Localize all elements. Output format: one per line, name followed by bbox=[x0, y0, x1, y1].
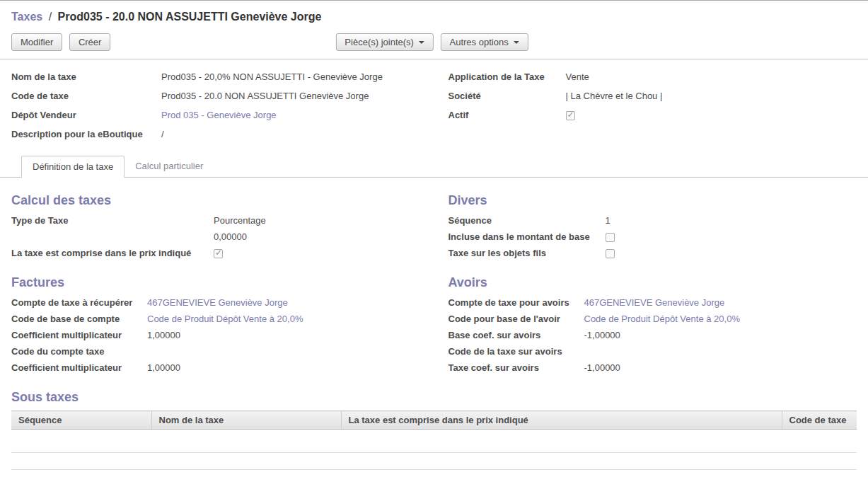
refund-account-link[interactable]: 467GENEVIEVE Geneviève Jorge bbox=[584, 297, 857, 308]
field-refund-tax-code: Code de la taxe sur avoirs bbox=[449, 345, 857, 361]
tax-application-value: Vente bbox=[566, 71, 857, 82]
refund-tax-code-label: Code de la taxe sur avoirs bbox=[449, 346, 579, 357]
refunds-title: Avoirs bbox=[449, 275, 857, 290]
tab-special-computation[interactable]: Calcul particulier bbox=[125, 156, 214, 178]
create-button-label: Créer bbox=[79, 37, 102, 47]
base-sign-value: 1,00000 bbox=[147, 330, 420, 340]
field-sequence: Séquence 1 bbox=[449, 214, 857, 230]
active-checkbox bbox=[566, 111, 575, 120]
collected-account-link[interactable]: 467GENEVIEVE Geneviève Jorge bbox=[147, 297, 420, 308]
seller-deposit-label: Dépôt Vendeur bbox=[11, 110, 156, 120]
table-row bbox=[11, 430, 857, 453]
breadcrumb: Taxes / Prod035 - 20.0 NON ASSUJETTI Gen… bbox=[0, 1, 868, 30]
notebook-tabs: Définition de la taxe Calcul particulier bbox=[0, 156, 868, 178]
field-tax-sign: Coefficient multiplicateur 1,00000 bbox=[11, 361, 420, 377]
company-value: | La Chèvre et le Chou | bbox=[566, 91, 857, 101]
base-code-link[interactable]: Code de Produit Dépôt Vente à 20,0% bbox=[147, 314, 420, 324]
breadcrumb-taxes-link[interactable]: Taxes bbox=[11, 11, 42, 23]
field-eshop-description: Description pour la eBoutique / bbox=[11, 127, 420, 146]
general-fields-left: Nom de la taxe Prod035 - 20,0% NON ASSUJ… bbox=[11, 62, 420, 146]
tab-content: Calcul des taxes Type de Taxe Pourcentag… bbox=[0, 178, 868, 470]
refund-base-code-label: Code pour base de l'avoir bbox=[449, 314, 579, 324]
field-tax-amount: 0,00000 bbox=[11, 230, 420, 246]
refund-base-code-link[interactable]: Code de Produit Dépôt Vente à 20,0% bbox=[584, 314, 857, 324]
toolbar-center: Pièce(s) jointe(s) Autres options bbox=[335, 33, 532, 51]
active-label: Actif bbox=[449, 110, 560, 120]
sequence-value: 1 bbox=[606, 215, 857, 226]
tax-amount-value: 0,00000 bbox=[214, 231, 420, 242]
tax-application-label: Application de la Taxe bbox=[449, 71, 560, 82]
page-title: Prod035 - 20.0 NON ASSUJETTI Geneviève J… bbox=[58, 11, 322, 23]
tax-code-value: Prod035 - 20.0 NON ASSUJETTI Geneviève J… bbox=[161, 91, 420, 101]
field-refund-base-code: Code pour base de l'avoir Code de Produi… bbox=[449, 312, 857, 328]
included-in-price-checkbox bbox=[214, 249, 223, 258]
field-include-base-amount: Incluse dans le montant de base bbox=[449, 230, 857, 246]
field-included-in-price: La taxe est comprise dans le prix indiqu… bbox=[11, 246, 420, 263]
edit-button-label: Modifier bbox=[21, 37, 53, 47]
tab-tax-definition[interactable]: Définition de la taxe bbox=[21, 156, 125, 178]
field-company: Société | La Chèvre et le Chou | bbox=[449, 88, 857, 108]
tax-name-value: Prod035 - 20,0% NON ASSUJETTI - Genevièv… bbox=[161, 71, 420, 82]
tax-on-children-checkbox bbox=[606, 249, 615, 258]
caret-down-icon bbox=[419, 41, 424, 44]
table-header-row: Séquence Nom de la taxe La taxe est comp… bbox=[11, 411, 857, 430]
included-in-price-label: La taxe est comprise dans le prix indiqu… bbox=[11, 248, 208, 258]
tax-type-value: Pourcentage bbox=[214, 215, 420, 226]
refund-base-sign-label: Base coef. sur avoirs bbox=[449, 330, 579, 340]
base-code-label: Code de base de compte bbox=[11, 314, 141, 324]
field-refund-account: Compte de taxe pour avoirs 467GENEVIEVE … bbox=[449, 296, 857, 312]
create-button[interactable]: Créer bbox=[69, 33, 111, 51]
column-header-sequence[interactable]: Séquence bbox=[11, 411, 151, 430]
misc-title: Divers bbox=[449, 193, 857, 208]
seller-deposit-link[interactable]: Prod 035 - Geneviève Jorge bbox=[161, 110, 420, 120]
section-invoices: Factures Compte de taxe à récupérer 467G… bbox=[11, 263, 420, 377]
child-taxes-table: Séquence Nom de la taxe La taxe est comp… bbox=[11, 410, 857, 470]
refund-tax-sign-value: -1,00000 bbox=[584, 362, 857, 373]
child-taxes-title: Sous taxes bbox=[11, 390, 857, 405]
tax-sign-value: 1,00000 bbox=[147, 362, 420, 373]
collected-account-label: Compte de taxe à récupérer bbox=[11, 297, 141, 308]
edit-button[interactable]: Modifier bbox=[11, 33, 62, 51]
company-label: Société bbox=[449, 91, 560, 101]
more-options-button-label: Autres options bbox=[450, 37, 509, 47]
general-fields: Nom de la taxe Prod035 - 20,0% NON ASSUJ… bbox=[11, 62, 857, 146]
form-sheet: Nom de la taxe Prod035 - 20,0% NON ASSUJ… bbox=[0, 59, 868, 146]
field-base-sign: Coefficient multiplicateur 1,00000 bbox=[11, 328, 420, 345]
column-header-included-in-price[interactable]: La taxe est comprise dans le prix indiqu… bbox=[341, 411, 782, 430]
field-tax-application: Application de la Taxe Vente bbox=[449, 69, 857, 88]
field-tax-on-children: Taxe sur les objets fils bbox=[449, 246, 857, 263]
tax-code-label: Code de taxe bbox=[11, 91, 156, 101]
tax-name-label: Nom de la taxe bbox=[11, 71, 156, 82]
tax-form-page: Taxes / Prod035 - 20.0 NON ASSUJETTI Gen… bbox=[0, 0, 868, 477]
include-base-amount-checkbox bbox=[606, 233, 615, 242]
invoice-tax-code-label: Code du compte taxe bbox=[11, 346, 141, 357]
column-header-tax-code[interactable]: Code de taxe bbox=[782, 411, 857, 430]
sequence-label: Séquence bbox=[449, 215, 600, 226]
form-header: Taxes / Prod035 - 20.0 NON ASSUJETTI Gen… bbox=[0, 1, 868, 59]
field-active: Actif bbox=[449, 108, 857, 127]
refund-account-label: Compte de taxe pour avoirs bbox=[449, 297, 579, 308]
field-refund-base-sign: Base coef. sur avoirs -1,00000 bbox=[449, 328, 857, 345]
breadcrumb-separator: / bbox=[46, 11, 54, 23]
field-tax-name: Nom de la taxe Prod035 - 20,0% NON ASSUJ… bbox=[11, 69, 420, 88]
tax-sign-label: Coefficient multiplicateur bbox=[11, 362, 141, 373]
refund-base-sign-value: -1,00000 bbox=[584, 330, 857, 340]
section-refunds: Avoirs Compte de taxe pour avoirs 467GEN… bbox=[449, 263, 857, 377]
attachments-button-label: Pièce(s) jointe(s) bbox=[345, 37, 414, 47]
field-collected-account: Compte de taxe à récupérer 467GENEVIEVE … bbox=[11, 296, 420, 312]
attachments-dropdown-button[interactable]: Pièce(s) jointe(s) bbox=[335, 33, 434, 51]
table-row bbox=[11, 453, 857, 470]
column-header-tax-name[interactable]: Nom de la taxe bbox=[151, 411, 341, 430]
toolbar: Modifier Créer Pièce(s) jointe(s) Autres… bbox=[0, 30, 868, 59]
eshop-description-value: / bbox=[161, 129, 420, 139]
general-fields-right: Application de la Taxe Vente Société | L… bbox=[449, 62, 857, 146]
section-misc: Divers Séquence 1 Incluse dans le montan… bbox=[449, 180, 857, 263]
refund-tax-sign-label: Taxe coef. sur avoirs bbox=[449, 362, 579, 373]
field-refund-tax-sign: Taxe coef. sur avoirs -1,00000 bbox=[449, 361, 857, 377]
field-invoice-tax-code: Code du compte taxe bbox=[11, 345, 420, 361]
computation-misc-row: Calcul des taxes Type de Taxe Pourcentag… bbox=[11, 180, 857, 263]
field-base-code: Code de base de compte Code de Produit D… bbox=[11, 312, 420, 328]
field-tax-type: Type de Taxe Pourcentage bbox=[11, 214, 420, 230]
field-seller-deposit: Dépôt Vendeur Prod 035 - Geneviève Jorge bbox=[11, 108, 420, 127]
more-options-dropdown-button[interactable]: Autres options bbox=[441, 33, 528, 51]
